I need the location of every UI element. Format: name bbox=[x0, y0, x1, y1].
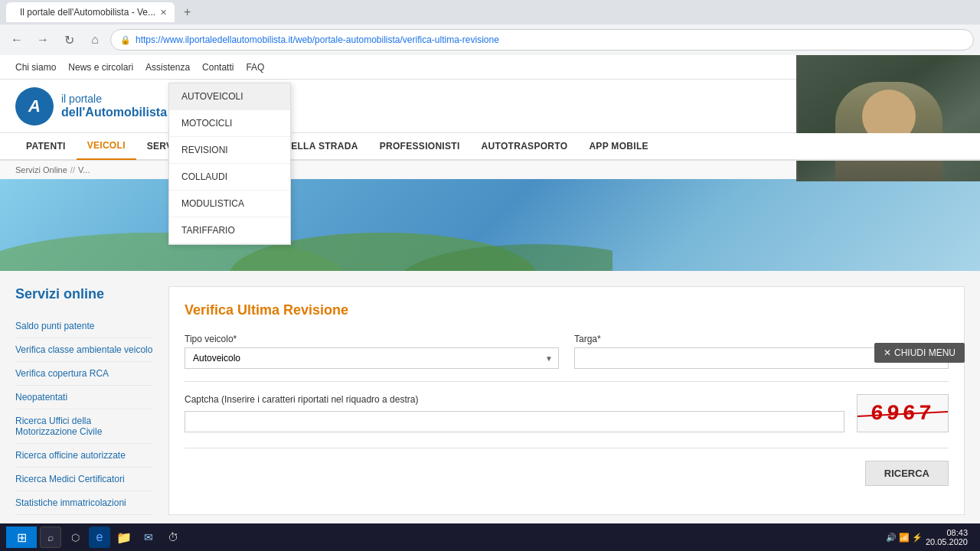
active-tab[interactable]: Il portale dell'Automobilista - Ve... ✕ bbox=[6, 2, 175, 22]
breadcrumb-item-2: V... bbox=[78, 165, 90, 174]
start-button[interactable]: ⊞ bbox=[6, 527, 37, 548]
dropdown-motocicli[interactable]: MOTOCICLI bbox=[169, 110, 290, 137]
captcha-text: 6967 bbox=[870, 402, 936, 425]
sidebar-item-statistiche[interactable]: Statistiche immatricolazioni bbox=[15, 491, 153, 515]
forward-button[interactable]: → bbox=[32, 29, 54, 51]
clock-date: 20.05.2020 bbox=[926, 537, 968, 546]
tipo-veicolo-field: Tipo veicolo* Autoveicolo Motociclo Cicl… bbox=[185, 334, 559, 369]
chiudi-menu-label: CHIUDI MENU bbox=[894, 347, 956, 358]
url-text: https://www.ilportaledellautomobilista.i… bbox=[136, 34, 499, 45]
website-content: Chi siamo News e circolari Assistenza Co… bbox=[0, 55, 980, 523]
browser-chrome: Il portale dell'Automobilista - Ve... ✕ … bbox=[0, 0, 980, 55]
secure-icon: 🔒 bbox=[120, 35, 131, 45]
form-divider bbox=[185, 381, 949, 382]
sidebar-item-medici[interactable]: Ricerca Medici Certificatori bbox=[15, 468, 153, 491]
tab-close-button[interactable]: ✕ bbox=[160, 8, 167, 18]
breadcrumb-separator: // bbox=[70, 165, 75, 174]
nav-bar: ← → ↻ ⌂ 🔒 https://www.ilportaledellautom… bbox=[0, 24, 980, 55]
form-title: Verifica Ultima Revisione bbox=[185, 302, 949, 318]
clock-time: 08:43 bbox=[926, 528, 968, 537]
logo-line2: dell'Automobilista bbox=[61, 105, 167, 119]
sidebar: Servizi online Saldo punti patente Verif… bbox=[15, 286, 153, 515]
mail-icon: ✉ bbox=[144, 531, 153, 543]
system-clock: 08:43 20.05.2020 bbox=[926, 528, 974, 546]
main-navigation: PATENTI VEICOLI SERVIZI ONLINE CODICE DE… bbox=[0, 133, 980, 161]
form-row-vehicle-plate: Tipo veicolo* Autoveicolo Motociclo Cicl… bbox=[185, 334, 949, 369]
hero-image bbox=[0, 179, 980, 271]
taskbar-search-button[interactable]: ⌕ bbox=[40, 527, 61, 548]
contatti-link[interactable]: Contatti bbox=[202, 62, 234, 73]
logo-area[interactable]: A il portale dell'Automobilista bbox=[15, 87, 167, 126]
sidebar-item-saldo-punti[interactable]: Saldo punti patente bbox=[15, 315, 153, 338]
logo-circle-text: A bbox=[28, 96, 41, 116]
nav-app-mobile[interactable]: APP MOBILE bbox=[578, 132, 658, 160]
chi-siamo-link[interactable]: Chi siamo bbox=[15, 62, 56, 73]
taskbar-cortana-icon[interactable]: ⬡ bbox=[64, 527, 86, 548]
taskbar-browser-icon[interactable]: e bbox=[89, 527, 110, 548]
clock-app-icon: ⏱ bbox=[168, 531, 178, 543]
taskbar-clock-app-icon[interactable]: ⏱ bbox=[162, 527, 184, 548]
home-button[interactable]: ⌂ bbox=[84, 29, 106, 51]
webcam-overlay bbox=[796, 55, 980, 181]
assistenza-link[interactable]: Assistenza bbox=[145, 62, 190, 73]
captcha-image: 6967 bbox=[857, 394, 949, 432]
back-button[interactable]: ← bbox=[6, 29, 28, 51]
sidebar-item-officine[interactable]: Ricerca officine autorizzate bbox=[15, 444, 153, 468]
main-form-area: Verifica Ultima Revisione Tipo veicolo* … bbox=[168, 286, 965, 515]
cortana-icon: ⬡ bbox=[71, 532, 80, 543]
chiudi-menu-icon: ✕ bbox=[884, 347, 891, 358]
sidebar-item-classe-ambientale[interactable]: Verifica classe ambientale veicolo bbox=[15, 338, 153, 362]
tipo-veicolo-select-wrapper: Autoveicolo Motociclo Ciclomotore Rimorc… bbox=[185, 347, 559, 369]
tab-title: Il portale dell'Automobilista - Ve... bbox=[20, 7, 155, 18]
new-tab-button[interactable]: + bbox=[178, 5, 197, 19]
ricerca-button[interactable]: RICERCA bbox=[865, 461, 949, 486]
nav-professionisti[interactable]: PROFESSIONISTI bbox=[369, 132, 471, 160]
start-icon: ⊞ bbox=[17, 530, 27, 545]
faq-link[interactable]: FAQ bbox=[246, 62, 264, 73]
tab-bar: Il portale dell'Automobilista - Ve... ✕ … bbox=[0, 0, 980, 24]
hero-hills-svg bbox=[0, 210, 612, 271]
logo-icon: A bbox=[15, 87, 54, 126]
taskbar: ⊞ ⌕ ⬡ e 📁 ✉ ⏱ 🔊 📶 ⚡ 08:43 20.05.2020 bbox=[0, 523, 980, 551]
sidebar-item-copertura-rca[interactable]: Verifica copertura RCA bbox=[15, 362, 153, 386]
search-icon: ⌕ bbox=[47, 531, 54, 543]
content-wrapper: Servizi online Saldo punti patente Verif… bbox=[0, 271, 980, 523]
ie-icon: e bbox=[96, 530, 103, 544]
logo-line1: il portale bbox=[61, 93, 167, 106]
chiudi-menu-button[interactable]: ✕ CHIUDI MENU bbox=[874, 343, 965, 363]
nav-veicoli[interactable]: VEICOLI bbox=[77, 132, 136, 160]
dropdown-revisioni[interactable]: REVISIONI bbox=[169, 137, 290, 164]
captcha-label: Captcha (Inserire i caratteri riportati … bbox=[185, 394, 844, 405]
system-tray: 🔊 📶 ⚡ bbox=[886, 533, 923, 543]
logo-text: il portale dell'Automobilista bbox=[61, 93, 167, 120]
dropdown-tariffario[interactable]: TARIFFARIO bbox=[169, 217, 290, 244]
dropdown-autoveicoli[interactable]: AUTOVEICOLI bbox=[169, 83, 290, 110]
nav-patenti[interactable]: PATENTI bbox=[15, 132, 77, 160]
top-nav-links: Chi siamo News e circolari Assistenza Co… bbox=[15, 62, 264, 73]
sidebar-item-neopatentati[interactable]: Neopatentati bbox=[15, 386, 153, 409]
taskbar-mail-icon[interactable]: ✉ bbox=[138, 527, 159, 548]
address-bar[interactable]: 🔒 https://www.ilportaledellautomobilista… bbox=[110, 29, 974, 51]
dropdown-modulistica[interactable]: MODULISTICA bbox=[169, 191, 290, 217]
refresh-button[interactable]: ↻ bbox=[58, 29, 80, 51]
captcha-field: Captcha (Inserire i caratteri riportati … bbox=[185, 394, 844, 432]
sidebar-item-uffici-motorizzazione[interactable]: Ricerca Uffici della Motorizzazione Civi… bbox=[15, 409, 153, 444]
tipo-veicolo-select[interactable]: Autoveicolo Motociclo Ciclomotore Rimorc… bbox=[185, 347, 559, 369]
veicoli-dropdown: AUTOVEICOLI MOTOCICLI REVISIONI COLLAUDI… bbox=[168, 83, 291, 245]
tipo-veicolo-label: Tipo veicolo* bbox=[185, 334, 559, 344]
captcha-row: Captcha (Inserire i caratteri riportati … bbox=[185, 394, 949, 432]
webcam-person-silhouette bbox=[835, 82, 942, 181]
webcam-video bbox=[798, 55, 980, 181]
captcha-input[interactable] bbox=[185, 411, 844, 432]
sidebar-title: Servizi online bbox=[15, 286, 153, 302]
nav-autotrasporto[interactable]: AUTOTRASPORTO bbox=[471, 132, 579, 160]
file-explorer-icon: 📁 bbox=[116, 530, 132, 545]
taskbar-explorer-icon[interactable]: 📁 bbox=[113, 527, 135, 548]
news-circolari-link[interactable]: News e circolari bbox=[68, 62, 133, 73]
breadcrumb-item-1[interactable]: Servizi Online bbox=[15, 165, 67, 174]
dropdown-collaudi[interactable]: COLLAUDI bbox=[169, 164, 290, 191]
tray-icons: 🔊 📶 ⚡ bbox=[886, 533, 923, 543]
form-divider-2 bbox=[185, 448, 949, 448]
